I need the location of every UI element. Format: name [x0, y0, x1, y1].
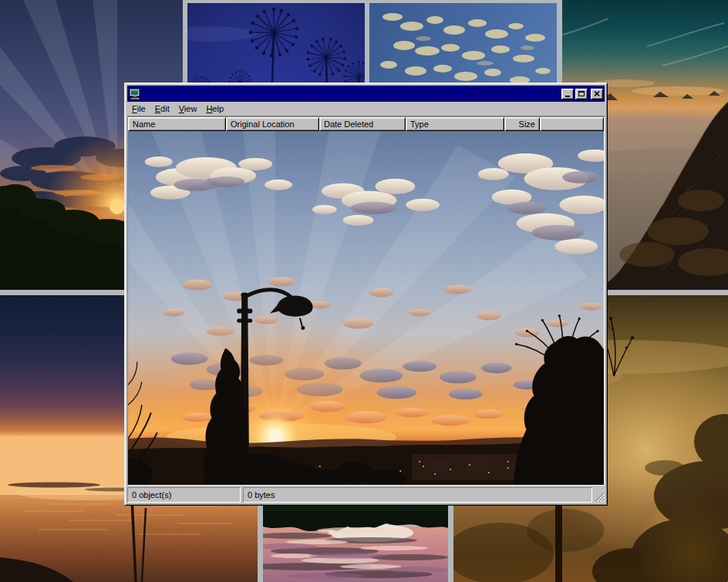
sunset-lamp-photo — [128, 131, 604, 485]
computer-icon — [129, 88, 141, 100]
status-bar: 0 object(s) 0 bytes — [127, 486, 605, 503]
titlebar[interactable] — [127, 86, 605, 102]
menu-help[interactable]: Help — [201, 103, 228, 116]
close-icon — [594, 91, 600, 96]
column-header-name[interactable]: Name — [128, 117, 226, 131]
status-size: 0 bytes — [243, 487, 592, 503]
menu-file[interactable]: File — [127, 103, 150, 116]
column-header-date-deleted[interactable]: Date Deleted — [319, 117, 406, 131]
minimize-button[interactable] — [561, 89, 574, 99]
maximize-button[interactable] — [575, 89, 588, 99]
file-list-area: Name Original Location Date Deleted Type… — [127, 116, 605, 486]
menu-view[interactable]: View — [174, 103, 202, 116]
desktop: File Edit View Help Name Original Locati… — [0, 0, 728, 582]
maximize-icon — [578, 91, 585, 96]
resize-grip[interactable] — [595, 492, 605, 502]
status-object-count: 0 object(s) — [127, 487, 241, 503]
column-header-type[interactable]: Type — [406, 117, 504, 131]
menu-edit[interactable]: Edit — [150, 103, 174, 116]
minimize-icon — [565, 96, 570, 97]
column-header-size[interactable]: Size — [504, 117, 540, 131]
recycle-bin-window: File Edit View Help Name Original Locati… — [124, 82, 608, 506]
column-header-row: Name Original Location Date Deleted Type… — [128, 117, 604, 131]
list-view-content[interactable] — [128, 131, 604, 485]
close-button[interactable] — [591, 89, 603, 99]
column-header-blank[interactable] — [540, 117, 604, 131]
column-header-original-location[interactable]: Original Location — [226, 117, 319, 131]
menu-bar: File Edit View Help — [127, 102, 605, 116]
